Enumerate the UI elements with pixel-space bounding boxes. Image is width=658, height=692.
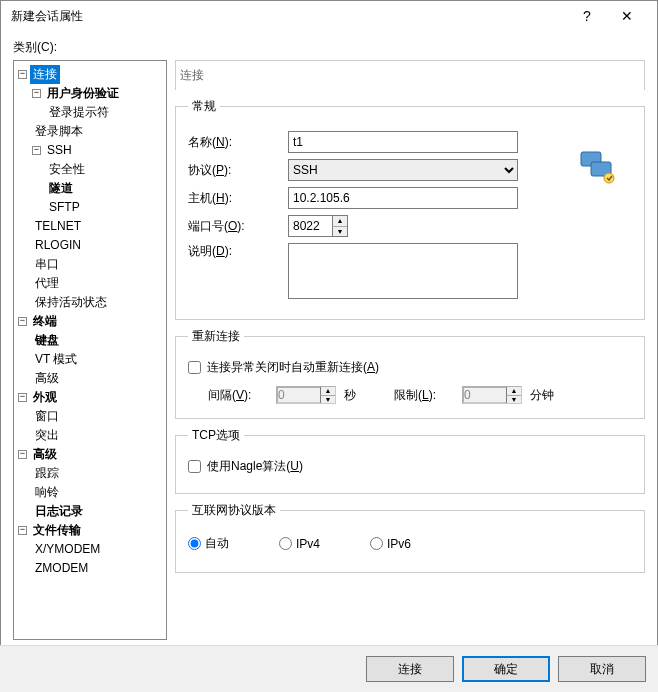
- group-tcp: TCP选项 使用Nagle算法(U): [175, 427, 645, 494]
- svg-point-2: [604, 173, 614, 183]
- toggle-icon[interactable]: [32, 146, 41, 155]
- radio-auto[interactable]: 自动: [188, 535, 229, 552]
- spinner-up-icon: ▲: [506, 387, 521, 396]
- legend-reconnect: 重新连接: [188, 328, 244, 345]
- tree-item-filetransfer[interactable]: 文件传输: [30, 521, 84, 540]
- help-button[interactable]: ?: [567, 8, 607, 24]
- group-reconnect: 重新连接 连接异常关闭时自动重新连接(A) 间隔(V): ▲▼ 秒 限制(L):…: [175, 328, 645, 419]
- radio-ipv4[interactable]: IPv4: [279, 537, 320, 551]
- interval-unit: 秒: [344, 387, 356, 404]
- tree-item-login-prompt[interactable]: 登录提示符: [46, 103, 112, 122]
- desc-label: 说明(D):: [188, 243, 288, 260]
- port-label: 端口号(O):: [188, 218, 288, 235]
- toggle-icon[interactable]: [18, 70, 27, 79]
- tree-item-serial[interactable]: 串口: [32, 255, 62, 274]
- name-label: 名称(N):: [188, 134, 288, 151]
- tree-item-keyboard[interactable]: 键盘: [32, 331, 62, 350]
- cancel-button[interactable]: 取消: [558, 656, 646, 682]
- interval-label: 间隔(V):: [208, 387, 268, 404]
- window-title: 新建会话属性: [11, 8, 567, 25]
- host-input[interactable]: [288, 187, 518, 209]
- settings-panel: 连接 常规 名称(N): 协议(P): SSH 主机(H): 端口号(O):: [175, 60, 645, 640]
- category-label: 类别(C):: [13, 39, 645, 56]
- tree-item-connection[interactable]: 连接: [30, 65, 60, 84]
- group-ipversion: 互联网协议版本 自动 IPv4 IPv6: [175, 502, 645, 573]
- host-label: 主机(H):: [188, 190, 288, 207]
- tree-item-sftp[interactable]: SFTP: [46, 198, 83, 217]
- tree-item-advanced[interactable]: 高级: [30, 445, 60, 464]
- connect-button[interactable]: 连接: [366, 656, 454, 682]
- tree-item-tunnel[interactable]: 隧道: [46, 179, 76, 198]
- tree-item-trace[interactable]: 跟踪: [32, 464, 62, 483]
- computers-icon: [577, 148, 617, 188]
- tree-item-security[interactable]: 安全性: [46, 160, 88, 179]
- tree-item-proxy[interactable]: 代理: [32, 274, 62, 293]
- close-button[interactable]: ✕: [607, 8, 647, 24]
- tree-item-log[interactable]: 日志记录: [32, 502, 86, 521]
- nagle-label: 使用Nagle算法(U): [207, 458, 303, 475]
- tree-item-keepalive[interactable]: 保持活动状态: [32, 293, 110, 312]
- limit-label: 限制(L):: [394, 387, 454, 404]
- tree-item-vtmode[interactable]: VT 模式: [32, 350, 80, 369]
- name-input[interactable]: [288, 131, 518, 153]
- tree-item-xymodem[interactable]: X/YMODEM: [32, 540, 103, 559]
- tree-item-terminal[interactable]: 终端: [30, 312, 60, 331]
- tree-item-login-script[interactable]: 登录脚本: [32, 122, 86, 141]
- auto-reconnect-checkbox[interactable]: [188, 361, 201, 374]
- tree-item-appearance[interactable]: 外观: [30, 388, 60, 407]
- desc-textarea[interactable]: [288, 243, 518, 299]
- spinner-up-icon: ▲: [320, 387, 335, 396]
- group-general: 常规 名称(N): 协议(P): SSH 主机(H): 端口号(O): ▲▼: [175, 98, 645, 320]
- tree-item-auth[interactable]: 用户身份验证: [44, 84, 122, 103]
- tree-item-zmodem[interactable]: ZMODEM: [32, 559, 91, 578]
- toggle-icon[interactable]: [32, 89, 41, 98]
- protocol-label: 协议(P):: [188, 162, 288, 179]
- tree-item-highlight[interactable]: 突出: [32, 426, 62, 445]
- protocol-select[interactable]: SSH: [288, 159, 518, 181]
- auto-reconnect-label: 连接异常关闭时自动重新连接(A): [207, 359, 379, 376]
- limit-unit: 分钟: [530, 387, 554, 404]
- tree-item-ssh[interactable]: SSH: [44, 141, 75, 160]
- tree-item-bell[interactable]: 响铃: [32, 483, 62, 502]
- ok-button[interactable]: 确定: [462, 656, 550, 682]
- panel-header: 连接: [175, 60, 645, 90]
- tree-item-telnet[interactable]: TELNET: [32, 217, 84, 236]
- title-bar: 新建会话属性 ? ✕: [1, 1, 657, 31]
- tree-view[interactable]: 连接 用户身份验证 登录提示符 登录脚本 SSH 安全性 隧道 SFTP: [13, 60, 167, 640]
- toggle-icon[interactable]: [18, 526, 27, 535]
- nagle-checkbox[interactable]: [188, 460, 201, 473]
- spinner-down-icon: ▼: [506, 396, 521, 404]
- legend-ipversion: 互联网协议版本: [188, 502, 280, 519]
- legend-general: 常规: [188, 98, 220, 115]
- spinner-down-icon[interactable]: ▼: [332, 227, 347, 237]
- spinner-up-icon[interactable]: ▲: [332, 216, 347, 227]
- legend-tcp: TCP选项: [188, 427, 244, 444]
- tree-item-window[interactable]: 窗口: [32, 407, 62, 426]
- toggle-icon[interactable]: [18, 450, 27, 459]
- toggle-icon[interactable]: [18, 317, 27, 326]
- spinner-down-icon: ▼: [320, 396, 335, 404]
- radio-ipv6[interactable]: IPv6: [370, 537, 411, 551]
- button-bar: 连接 确定 取消: [0, 645, 658, 692]
- toggle-icon[interactable]: [18, 393, 27, 402]
- tree-item-rlogin[interactable]: RLOGIN: [32, 236, 84, 255]
- tree-item-advanced-term[interactable]: 高级: [32, 369, 62, 388]
